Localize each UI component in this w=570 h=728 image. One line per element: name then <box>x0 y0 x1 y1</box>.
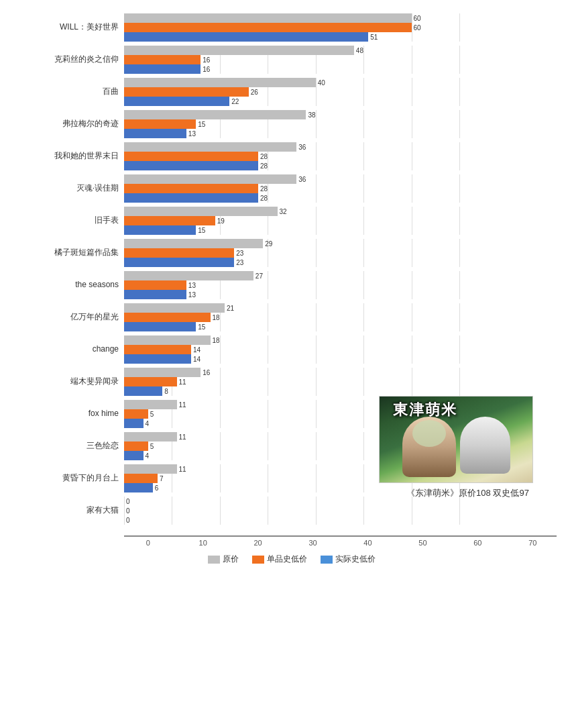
bar-gray-label: 21 <box>227 305 234 312</box>
legend-item: 原价 <box>208 554 239 565</box>
bar-blue-label: 14 <box>193 356 201 363</box>
row-label: WILL：美好世界 <box>7 22 124 33</box>
bar-orange-label: 23 <box>236 250 243 257</box>
bar-orange-label: 0 <box>126 507 130 515</box>
chart-row: 端木斐异闻录16118 <box>7 368 557 396</box>
chart-row: WILL：美好世界606051 <box>7 13 557 42</box>
bar-orange <box>124 313 211 322</box>
row-label: fox hime <box>7 409 124 419</box>
legend-label: 原价 <box>223 554 239 565</box>
x-axis: 010203040506070 <box>124 535 557 547</box>
bar-gray <box>124 368 201 377</box>
bar-blue-label: 22 <box>231 98 239 105</box>
bar-gray <box>124 78 316 87</box>
bar-blue <box>124 129 186 138</box>
bar-gray-label: 18 <box>213 337 220 344</box>
x-tick: 10 <box>179 539 227 547</box>
chart-row: fox hime1154 <box>7 400 557 428</box>
bar-blue <box>124 322 196 331</box>
legend-item: 实际史低价 <box>321 554 376 565</box>
bar-blue-label: 23 <box>236 259 243 266</box>
chart-row: 灭魂·误佳期362828 <box>7 174 557 203</box>
bar-gray <box>124 13 412 23</box>
bar-orange-label: 26 <box>251 89 258 96</box>
bar-blue <box>124 386 162 396</box>
bar-orange <box>124 23 412 32</box>
bar-blue <box>124 32 368 42</box>
bar-gray <box>124 110 306 119</box>
legend-label: 单品史低价 <box>267 554 307 565</box>
bar-gray-label: 36 <box>298 144 306 151</box>
row-label: 橘子斑短篇作品集 <box>7 248 124 258</box>
bar-blue <box>124 193 258 203</box>
chart-container: WILL：美好世界606051克莉丝的炎之信仰481616百曲402622弗拉梅… <box>0 0 570 605</box>
bar-gray-label: 0 <box>126 498 130 505</box>
chart-row: 橘子斑短篇作品集292323 <box>7 239 557 267</box>
bar-gray <box>124 207 278 216</box>
bar-gray <box>124 174 296 184</box>
bar-orange-label: 60 <box>414 24 421 32</box>
x-tick: 50 <box>399 539 447 547</box>
bar-gray <box>124 239 263 248</box>
bar-gray-label: 11 <box>179 433 186 441</box>
bar-blue-label: 13 <box>188 291 196 299</box>
x-tick: 30 <box>289 539 337 547</box>
x-axis-ticks: 010203040506070 <box>124 537 557 547</box>
bar-orange-label: 28 <box>260 185 268 193</box>
bar-blue <box>124 483 153 492</box>
row-label: 我和她的世界末日 <box>7 151 124 162</box>
bar-blue-label: 6 <box>155 484 159 492</box>
bar-orange-label: 5 <box>150 411 154 418</box>
bar-gray-label: 11 <box>179 401 186 409</box>
bar-blue-label: 8 <box>164 388 168 395</box>
bar-orange <box>124 474 158 483</box>
bar-orange <box>124 345 191 354</box>
bar-blue-label: 16 <box>203 66 210 73</box>
bar-blue <box>124 225 196 235</box>
bar-blue-label: 4 <box>146 452 150 460</box>
row-label: 三色绘恋 <box>7 441 124 452</box>
chart-row: 旧手表321915 <box>7 207 557 235</box>
bar-orange-label: 5 <box>150 443 154 450</box>
legend-color-box <box>252 556 264 564</box>
bar-orange-label: 16 <box>203 56 210 64</box>
bar-gray-label: 38 <box>308 111 315 119</box>
bar-blue <box>124 419 144 428</box>
chart-row: 家有大猫000 <box>7 497 557 525</box>
bar-blue <box>124 161 258 170</box>
bar-gray <box>124 464 177 474</box>
chart-row: the seasons271313 <box>7 271 557 299</box>
chart-row: 百曲402622 <box>7 78 557 106</box>
bar-gray-label: 29 <box>265 240 272 248</box>
bar-orange-label: 15 <box>198 121 205 128</box>
bar-blue-label: 28 <box>260 195 268 202</box>
bar-blue-label: 0 <box>126 517 130 524</box>
bar-blue <box>124 451 144 460</box>
bar-orange-label: 18 <box>213 314 220 321</box>
chart-row: 亿万年的星光211815 <box>7 303 557 331</box>
legend-item: 单品史低价 <box>252 554 307 565</box>
bar-gray <box>124 46 354 55</box>
bar-gray-label: 48 <box>356 47 363 54</box>
bar-orange <box>124 55 201 64</box>
bar-orange-label: 14 <box>193 346 201 354</box>
bar-blue-label: 15 <box>198 227 205 234</box>
bar-gray-label: 16 <box>203 369 210 376</box>
bar-gray-label: 40 <box>318 79 325 87</box>
chart-row: 我和她的世界末日362828 <box>7 142 557 170</box>
row-label: the seasons <box>7 280 124 291</box>
bar-gray-label: 27 <box>255 272 263 280</box>
bar-orange <box>124 377 177 386</box>
bar-blue <box>124 97 229 106</box>
bar-blue-label: 13 <box>188 130 196 138</box>
bar-orange-label: 7 <box>160 475 164 482</box>
row-label: 亿万年的星光 <box>7 312 124 323</box>
bar-blue-label: 28 <box>260 162 268 170</box>
row-label: 黄昏下的月台上 <box>7 473 124 484</box>
bar-gray-label: 36 <box>298 176 306 183</box>
bar-orange-label: 28 <box>260 153 268 160</box>
legend-label: 实际史低价 <box>335 554 376 565</box>
bar-gray <box>124 432 177 441</box>
row-label: 克莉丝的炎之信仰 <box>7 54 124 65</box>
row-label: 灭魂·误佳期 <box>7 183 124 194</box>
